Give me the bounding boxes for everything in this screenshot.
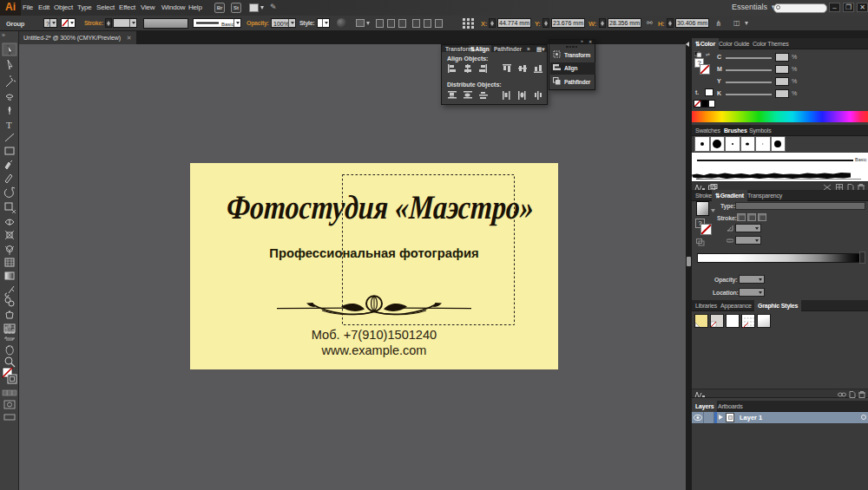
svg-text:T: T <box>6 120 12 130</box>
